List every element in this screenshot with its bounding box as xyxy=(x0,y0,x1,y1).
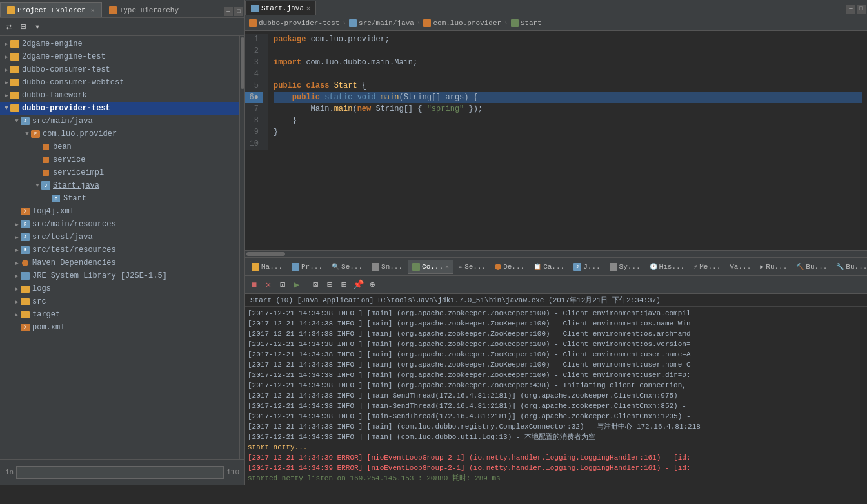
list-item[interactable]: ▶ src xyxy=(0,295,239,308)
open-console-btn[interactable]: ⊕ xyxy=(366,278,379,291)
disconnect-btn[interactable]: ⊡ xyxy=(276,278,289,291)
code-editor[interactable]: 1 2 3 4 5 6● 7 8 9 10 package com.luo.pr… xyxy=(245,31,867,250)
sync-btn[interactable]: ⇄ xyxy=(3,21,15,34)
list-item[interactable]: ▼ J Start.java xyxy=(0,179,239,192)
line-numbers: 1 2 3 4 5 6● 7 8 9 10 xyxy=(245,34,268,150)
tree-label: Start xyxy=(63,194,86,203)
console-area: Ma... Pr... 🔍 Se... Sn... xyxy=(245,257,867,485)
console-tab-bu1[interactable]: 🔨 Bu... xyxy=(792,260,831,274)
scroll-lock-btn[interactable]: ⊟ xyxy=(323,278,336,291)
relaunch-btn[interactable]: ▶ xyxy=(290,278,303,291)
list-item[interactable]: ▼ J src/main/java xyxy=(0,115,239,128)
tree-label: dubbo-famework xyxy=(22,91,87,100)
list-item[interactable]: ▶ Maven Dependencies xyxy=(0,257,239,269)
log-line-16: started netty listen on 169.254.145.153 … xyxy=(248,473,864,483)
project-tree-scroll[interactable]: ▶ 2dgame-engine ▶ 2dgame-engine-test xyxy=(0,36,239,459)
list-item[interactable]: ▶ JRE System Library [J2SE-1.5] xyxy=(0,269,239,282)
minimize-btn[interactable]: — xyxy=(224,7,233,16)
tab-close-icon[interactable]: ✕ xyxy=(91,6,95,14)
console-tab-ru[interactable]: ▶ Ru... xyxy=(756,260,791,274)
bottom-input[interactable] xyxy=(16,466,224,479)
list-item[interactable]: ▶ J src/test/java xyxy=(0,231,239,244)
console-tab-j[interactable]: J J... xyxy=(570,260,604,274)
console-tab-main[interactable]: Ma... xyxy=(248,260,286,274)
editor-min-btn[interactable]: — xyxy=(846,5,855,14)
editor-hscroll[interactable] xyxy=(245,250,867,257)
console-tab-his[interactable]: 🕐 His... xyxy=(646,260,689,274)
log-line-15: [2017-12-21 14:34:39 ERROR] [nioEventLoo… xyxy=(248,463,864,473)
breadcrumb-package[interactable]: com.luo.provider xyxy=(423,19,501,27)
tree-label: src/main/java xyxy=(32,117,93,126)
tab-type-hierarchy[interactable]: Type Hierarchy xyxy=(102,2,186,17)
list-item[interactable]: ▶ target xyxy=(0,308,239,321)
maximize-btn[interactable]: □ xyxy=(234,7,243,16)
console-tab-bu2[interactable]: 🔧 Bu... xyxy=(832,260,867,274)
list-item[interactable]: ▼ P com.luo.provider xyxy=(0,128,239,141)
console-tab-se1-icon: 🔍 xyxy=(332,263,339,271)
tab-project-explorer[interactable]: Project Explorer ✕ xyxy=(0,2,102,17)
terminate-btn[interactable]: ✕ xyxy=(262,278,275,291)
list-item[interactable]: ▼ dubbo-provider-test xyxy=(0,102,239,115)
breadcrumb-package-icon xyxy=(423,19,431,27)
pin-console-btn[interactable]: 📌 xyxy=(352,278,364,291)
java-file-icon xyxy=(251,5,259,12)
list-item[interactable]: ▶ dubbo-consumer-webtest xyxy=(0,76,239,89)
editor-max-btn[interactable]: □ xyxy=(857,5,866,14)
list-item[interactable]: ▶ serviceimpl xyxy=(0,166,239,179)
word-wrap-btn[interactable]: ⊞ xyxy=(337,278,350,291)
log-line-5: [2017-12-21 14:34:38 INFO ] [main] (org.… xyxy=(248,360,864,370)
code-content[interactable]: package com.luo.provider; import com.luo… xyxy=(268,34,867,150)
list-item[interactable]: ▶ service xyxy=(0,153,239,166)
list-item[interactable]: ▶ dubbo-consumer-test xyxy=(0,63,239,76)
breadcrumb-project-label: dubbo-provider-test xyxy=(259,19,339,27)
console-tab-de[interactable]: De... xyxy=(491,260,528,274)
console-output[interactable]: [2017-12-21 14:34:38 INFO ] [main] (org.… xyxy=(245,307,867,485)
stop-btn[interactable]: ■ xyxy=(248,278,261,291)
breadcrumb-class[interactable]: Start xyxy=(511,19,542,27)
console-tab-ca[interactable]: 📋 Ca... xyxy=(530,260,568,274)
console-tab-co[interactable]: Co... ✕ xyxy=(408,260,453,274)
console-tab-pr[interactable]: Pr... xyxy=(288,260,326,274)
console-tab-ca-icon: 📋 xyxy=(533,263,541,271)
breadcrumb-project[interactable]: dubbo-provider-test xyxy=(249,19,339,27)
console-tab-main-icon xyxy=(252,263,259,271)
list-item[interactable]: ▶ dubbo-famework xyxy=(0,89,239,102)
list-item[interactable]: ▶ 2dgame-engine-test xyxy=(0,50,239,63)
list-item[interactable]: ▶ X pom.xml xyxy=(0,321,239,334)
list-item[interactable]: ▶ C Start xyxy=(0,192,239,205)
list-item[interactable]: ▶ R src/main/resources xyxy=(0,218,239,231)
log-line-2: [2017-12-21 14:34:38 INFO ] [main] (org.… xyxy=(248,329,864,339)
console-tab-sn[interactable]: Sn... xyxy=(368,260,406,274)
menu-btn[interactable]: ▾ xyxy=(31,21,44,34)
console-tab-j-icon: J xyxy=(573,263,581,271)
console-tabs: Ma... Pr... 🔍 Se... Sn... xyxy=(245,258,867,276)
clear-btn[interactable]: ⊠ xyxy=(309,278,322,291)
console-tab-se2[interactable]: ✏ Se... xyxy=(455,260,490,274)
console-tab-me[interactable]: ⚡ Me... xyxy=(690,260,724,274)
tree-label: dubbo-consumer-webtest xyxy=(22,78,124,87)
console-tab-co-close[interactable]: ✕ xyxy=(445,263,449,271)
log-line-8: [2017-12-21 14:34:38 INFO ] [main-SendTh… xyxy=(248,391,864,401)
list-item[interactable]: ▶ X log4j.xml xyxy=(0,205,239,218)
console-tab-sy[interactable]: Sy... xyxy=(606,260,644,274)
tree-label: dubbo-provider-test xyxy=(22,104,110,113)
list-item[interactable]: ▶ R src/test/resources xyxy=(0,244,239,257)
panel-vscroll[interactable] xyxy=(239,36,244,459)
console-tab-va[interactable]: Va... xyxy=(726,260,755,274)
console-tab-se1[interactable]: 🔍 Se... xyxy=(328,260,366,274)
editor-tab-close-icon[interactable]: ✕ xyxy=(306,5,310,12)
tree-label: pom.xml xyxy=(32,323,65,332)
tree-label: Maven Dependencies xyxy=(32,258,116,267)
hscroll-thumb[interactable] xyxy=(246,252,285,256)
console-tab-main-label: Ma... xyxy=(261,263,283,271)
list-item[interactable]: ▶ bean xyxy=(0,141,239,153)
vscroll-thumb[interactable] xyxy=(241,37,244,89)
tree-label: dubbo-consumer-test xyxy=(22,65,110,74)
editor-tab-start-java[interactable]: Start.java ✕ xyxy=(245,1,316,15)
collapse-btn[interactable]: ⊟ xyxy=(17,21,30,34)
console-toolbar: ■ ✕ ⊡ ▶ ⊠ ⊟ ⊞ 📌 ⊕ xyxy=(245,276,867,294)
breadcrumb-src[interactable]: src/main/java xyxy=(349,19,414,27)
list-item[interactable]: ▶ logs xyxy=(0,282,239,295)
console-tab-se2-icon: ✏ xyxy=(459,263,463,271)
list-item[interactable]: ▶ 2dgame-engine xyxy=(0,37,239,50)
